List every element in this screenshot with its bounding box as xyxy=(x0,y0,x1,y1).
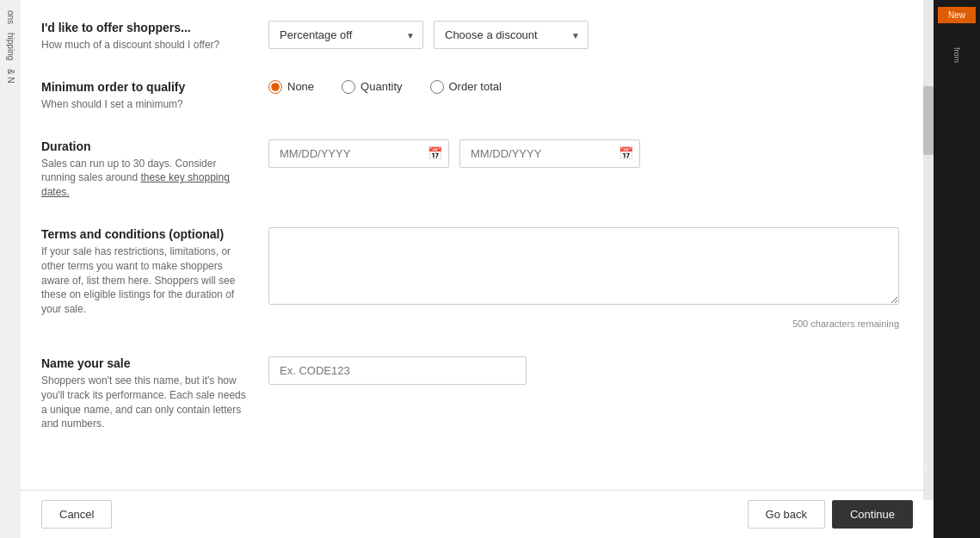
modal-dialog: I'd like to offer shoppers... How much o… xyxy=(21,0,934,538)
name-subheading: Shoppers won't see this name, but it's h… xyxy=(41,374,248,431)
minimum-order-subheading: When should I set a minimum? xyxy=(41,97,248,112)
sidebar-item-n[interactable]: & N xyxy=(3,67,17,85)
new-button[interactable]: New xyxy=(938,7,976,23)
radio-order-total-input[interactable] xyxy=(430,80,444,94)
minimum-order-label-block: Minimum order to qualify When should I s… xyxy=(41,80,248,112)
offer-subheading: How much of a discount should I offer? xyxy=(41,38,248,53)
modal-body: I'd like to offer shoppers... How much o… xyxy=(21,0,934,490)
end-date-wrapper: 📅 xyxy=(459,139,640,168)
end-date-input[interactable] xyxy=(459,139,640,168)
minimum-order-controls: None Quantity Order total xyxy=(268,80,899,112)
modal-footer: Cancel Go back Continue xyxy=(21,490,934,538)
duration-label-block: Duration Sales can run up to 30 days. Co… xyxy=(41,139,248,200)
continue-button[interactable]: Continue xyxy=(832,500,913,529)
duration-controls: 📅 📅 xyxy=(268,139,899,200)
sale-name-input[interactable] xyxy=(268,356,527,385)
footer-right-buttons: Go back Continue xyxy=(748,500,913,529)
minimum-order-radio-group: None Quantity Order total xyxy=(268,80,502,94)
offer-section: I'd like to offer shoppers... How much o… xyxy=(41,21,899,53)
name-heading: Name your sale xyxy=(41,356,248,370)
right-panel: New from xyxy=(934,0,980,538)
radio-quantity-input[interactable] xyxy=(342,80,355,94)
terms-heading: Terms and conditions (optional) xyxy=(41,227,248,241)
char-count-label: 500 characters remaining xyxy=(792,318,899,329)
offer-controls: Percentage off Fixed amount off Free shi… xyxy=(268,21,899,53)
name-controls xyxy=(268,356,899,431)
radio-none[interactable]: None xyxy=(268,80,314,94)
name-section: Name your sale Shoppers won't see this n… xyxy=(41,356,899,431)
radio-order-total[interactable]: Order total xyxy=(430,80,502,94)
discount-value-wrapper: Choose a discount 5% 10% 15% 20% 25% 30%… xyxy=(434,21,589,49)
discount-type-wrapper: Percentage off Fixed amount off Free shi… xyxy=(268,21,423,49)
terms-textarea[interactable] xyxy=(268,227,899,305)
name-label-block: Name your sale Shoppers won't see this n… xyxy=(41,356,248,431)
terms-subheading: If your sale has restrictions, limitatio… xyxy=(41,244,248,317)
offer-heading: I'd like to offer shoppers... xyxy=(41,21,248,34)
scrollbar-thumb[interactable] xyxy=(923,86,934,155)
duration-section: Duration Sales can run up to 30 days. Co… xyxy=(41,139,899,200)
radio-quantity-label: Quantity xyxy=(361,80,402,93)
radio-quantity[interactable]: Quantity xyxy=(342,80,402,94)
go-back-button[interactable]: Go back xyxy=(748,500,825,529)
start-date-input[interactable] xyxy=(268,139,449,168)
offer-label-block: I'd like to offer shoppers... How much o… xyxy=(41,21,248,53)
sidebar: ons hipping & N xyxy=(0,0,21,538)
radio-none-input[interactable] xyxy=(268,80,282,94)
right-panel-prices: from xyxy=(952,47,961,63)
terms-controls: 500 characters remaining xyxy=(268,227,899,329)
radio-order-total-label: Order total xyxy=(449,80,502,93)
radio-none-label: None xyxy=(287,80,314,93)
start-date-wrapper: 📅 xyxy=(268,139,449,168)
discount-value-select[interactable]: Choose a discount 5% 10% 15% 20% 25% 30% xyxy=(434,21,589,49)
sidebar-item-ons[interactable]: ons xyxy=(3,9,17,26)
discount-type-select[interactable]: Percentage off Fixed amount off Free shi… xyxy=(268,21,423,49)
terms-label-block: Terms and conditions (optional) If your … xyxy=(41,227,248,329)
minimum-order-heading: Minimum order to qualify xyxy=(41,80,248,94)
duration-subheading: Sales can run up to 30 days. Consider ru… xyxy=(41,157,248,200)
scrollbar[interactable] xyxy=(923,0,934,500)
minimum-order-section: Minimum order to qualify When should I s… xyxy=(41,80,899,112)
terms-section: Terms and conditions (optional) If your … xyxy=(41,227,899,329)
cancel-button[interactable]: Cancel xyxy=(41,500,112,529)
duration-heading: Duration xyxy=(41,139,248,153)
sidebar-item-shipping[interactable]: hipping xyxy=(3,31,17,62)
